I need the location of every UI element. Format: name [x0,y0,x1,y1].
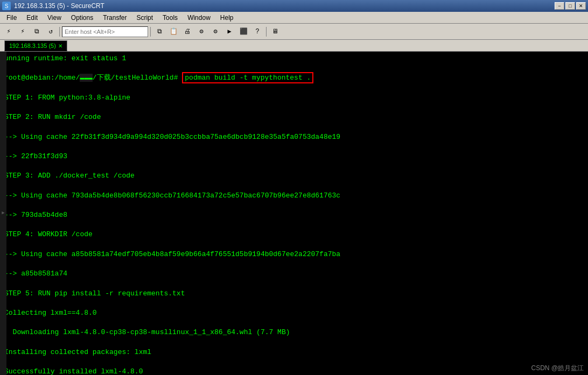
menu-options[interactable]: Options [67,13,97,23]
app-icon: S [2,2,11,10]
sidebar-arrow: ▶ [2,210,4,217]
left-sidebar-indicator: ▶ [0,52,6,375]
toolbar-btn-1[interactable]: ⚡ [2,26,15,38]
terminal-line-1: root@debian:/home/▬▬▬/下载/testHelloWorld#… [4,73,584,83]
command-highlight: podman build -t mypythontest . [182,72,313,83]
menu-file[interactable]: File [2,13,21,23]
toolbar-sep-3 [266,27,267,37]
toolbar-btn-9[interactable]: ⬛ [237,26,250,38]
menu-view[interactable]: View [43,13,66,23]
maximize-button[interactable]: □ [565,2,575,10]
minimize-button[interactable]: − [555,2,564,10]
title-bar-left: S 192.168.3.135 (5) - SecureCRT [2,2,104,10]
toolbar-btn-11[interactable]: 🖥 [269,26,282,38]
toolbar-btn-8[interactable]: ▶ [223,26,236,38]
toolbar-btn-paste[interactable]: ↺ [44,26,57,38]
toolbar-btn-copy[interactable]: ⧉ [30,26,43,38]
terminal[interactable]: unning runtime: exit status 1 root@debia… [0,52,588,375]
terminal-line-14: Downloading lxml-4.8.0-cp38-cp38-musllin… [4,328,584,337]
toolbar-btn-7[interactable]: ⚙ [209,26,222,38]
terminal-line-3: STEP 2: RUN mkdir /code [4,112,584,122]
menu-tools[interactable]: Tools [158,13,182,23]
tab-bar: 192.168.3.135 (5) ✕ [0,40,588,52]
terminal-line-13: Collecting lxml==4.8.0 [4,308,584,318]
title-bar-controls: − □ ✕ [555,2,586,10]
terminal-line-9: STEP 4: WORKDIR /code [4,230,584,239]
terminal-line-10: --> Using cache a85b8581a74edf705eb4b8af… [4,250,584,259]
terminal-line-11: --> a85b8581a74 [4,269,584,279]
terminal-line-6: STEP 3: ADD ./docker_test /code [4,171,584,181]
toolbar-sep-2 [150,27,151,37]
menu-window[interactable]: Window [183,13,215,23]
menu-help[interactable]: Help [216,13,238,23]
terminal-line-16: Successfully installed lxml-4.8.0 [4,367,584,375]
toolbar-btn-5[interactable]: 🖨 [181,26,194,38]
toolbar-btn-10[interactable]: ? [251,26,264,38]
terminal-line-7: --> Using cache 793da5b4de8b068f56230ccb… [4,191,584,201]
app-window: S 192.168.3.135 (5) - SecureCRT − □ ✕ Fi… [0,0,588,375]
menu-transfer[interactable]: Transfer [99,13,131,23]
terminal-line-0: unning runtime: exit status 1 [4,54,584,63]
terminal-line-15: Installing collected packages: lxml [4,348,584,357]
menu-script[interactable]: Script [132,13,157,23]
host-input[interactable] [62,26,148,37]
toolbar: ⚡ ⚡ ⧉ ↺ ⧉ 📋 🖨 ⚙ ⚙ ▶ ⬛ ? 🖥 [0,24,588,40]
terminal-line-12: STEP 5: RUN pip install -r requirements.… [4,289,584,299]
toolbar-btn-3[interactable]: ⧉ [153,26,166,38]
close-button[interactable]: ✕ [576,2,586,10]
tab-close-button[interactable]: ✕ [58,43,62,49]
toolbar-btn-6[interactable]: ⚙ [195,26,208,38]
title-bar: S 192.168.3.135 (5) - SecureCRT − □ ✕ [0,0,588,12]
terminal-line-4: --> Using cache 22fb31f3d934d9a994d320d0… [4,132,584,142]
toolbar-sep-1 [59,27,60,37]
terminal-line-2: STEP 1: FROM python:3.8-alpine [4,93,584,103]
tab-label: 192.168.3.135 (5) [9,43,56,49]
terminal-line-8: --> 793da5b4de8 [4,210,584,220]
window-title: 192.168.3.135 (5) - SecureCRT [14,2,104,10]
menu-bar: File Edit View Options Transfer Script T… [0,12,588,24]
watermark: CSDN @皓月盆江 [531,364,584,373]
toolbar-btn-4[interactable]: 📋 [167,26,180,38]
toolbar-btn-2[interactable]: ⚡ [16,26,29,38]
terminal-line-5: --> 22fb31f3d93 [4,152,584,161]
tab-session[interactable]: 192.168.3.135 (5) ✕ [4,40,67,51]
menu-edit[interactable]: Edit [22,13,42,23]
